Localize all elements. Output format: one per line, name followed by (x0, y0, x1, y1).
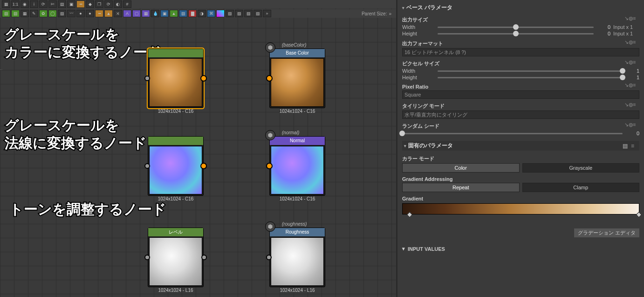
mask-icon[interactable]: ◐ (114, 0, 122, 8)
drop-icon[interactable]: 💧 (151, 10, 159, 17)
info-icon[interactable]: i (30, 0, 38, 8)
shuffle-icon[interactable]: ⤨ (114, 10, 122, 17)
dropdown-out-format[interactable]: 16 ビット/チャンネル (8 ?) (402, 48, 639, 56)
p3-icon[interactable]: ▧ (244, 10, 253, 17)
expose-icon[interactable]: ↘◍ (624, 59, 631, 66)
pick-icon[interactable]: ◑ (198, 10, 206, 17)
gradient-handle[interactable] (407, 212, 413, 218)
copy-icon[interactable]: ❐ (95, 0, 103, 8)
fit-icon[interactable]: 1:1 (11, 0, 20, 8)
node-header (148, 137, 203, 145)
node-output-basecolor[interactable]: (baseColor) Base Color 1024x1024 - C16 (269, 48, 325, 108)
slider-out-width[interactable] (438, 27, 594, 28)
port-in[interactable] (266, 163, 273, 169)
node-caption: 1024x1024 - C16 (270, 195, 325, 201)
gradient-handle[interactable] (636, 212, 642, 218)
solid-icon[interactable]: ▇ (188, 10, 197, 17)
label-px-ratio: Pixel Ratio (402, 84, 622, 90)
menu-icon[interactable]: ≡ (633, 102, 639, 108)
camera-icon[interactable]: ◉ (21, 0, 29, 8)
frame-icon[interactable]: ▢ (132, 10, 141, 17)
section-input-values[interactable]: ▾ INPUT VALUES (402, 246, 639, 252)
expose-icon[interactable]: ↘◍ (624, 15, 631, 22)
toggle-grayscale[interactable]: Grayscale (522, 163, 640, 173)
gradient-bar[interactable] (402, 203, 639, 214)
menu-icon[interactable]: ≡ (633, 122, 639, 128)
eco-icon[interactable]: ◯ (48, 10, 57, 17)
port-in[interactable] (144, 255, 150, 260)
link2-icon[interactable]: ━ (95, 10, 103, 17)
reload-icon[interactable]: ⟳ (104, 0, 113, 8)
atom-icon[interactable]: ⌘ (207, 10, 215, 17)
layers-icon[interactable]: ▤ (58, 0, 66, 8)
slider-out-height[interactable] (438, 33, 594, 35)
toggle-clamp[interactable]: Clamp (522, 183, 640, 192)
tri-icon[interactable]: ▲ (170, 10, 178, 17)
hue-icon[interactable] (216, 10, 225, 17)
gradient2-icon[interactable]: ▨ (11, 10, 20, 17)
expose-icon[interactable]: ↘◍ (624, 82, 631, 89)
warn-icon[interactable]: ▲ (104, 10, 113, 17)
slider-seed[interactable] (402, 133, 623, 134)
menu-icon[interactable]: ≡ (633, 59, 639, 66)
text-icon[interactable]: A (123, 10, 131, 17)
menu-icon[interactable]: ≡ (633, 82, 639, 89)
dropdown-tiling[interactable]: 水平/垂直方向にタイリング (402, 111, 639, 119)
output-tag: (normal) (282, 130, 299, 135)
grad3-icon[interactable]: ▨ (179, 10, 187, 17)
expose-icon[interactable]: ↘◍ (624, 122, 631, 128)
expose-icon[interactable]: ↘◍ (624, 39, 631, 46)
more-icon[interactable]: » (263, 10, 271, 17)
link-icon[interactable]: ━ (76, 0, 85, 8)
node-output-roughness[interactable]: (roughness) Roughness 1024x1024 - L16 (269, 228, 325, 287)
dropdown-px-ratio[interactable]: Square (402, 90, 639, 99)
port-in[interactable] (266, 75, 273, 82)
tool-a-icon[interactable]: ▧ (58, 10, 66, 17)
cut-icon[interactable]: ✄ (48, 0, 57, 8)
expose-icon[interactable]: ↘◍ (624, 102, 631, 108)
dot2-icon[interactable]: ● (86, 10, 94, 17)
p2-icon[interactable]: ▧ (235, 10, 243, 17)
value-px-width: 1 (625, 68, 639, 74)
curve-icon[interactable]: 〰 (67, 10, 75, 17)
node-grad-map[interactable]: 1024x1024 - C16 (148, 48, 204, 108)
node-output-normal[interactable]: (normal) Normal 1024x1024 - C16 (269, 136, 325, 196)
clipboard-icon[interactable]: ▤ (623, 143, 629, 149)
refresh-icon[interactable]: ⟳ (39, 0, 48, 8)
keyframe-icon[interactable]: ◆ (86, 0, 94, 8)
port-out[interactable] (200, 163, 207, 169)
grid-icon[interactable]: # (123, 0, 131, 8)
panel-icon[interactable]: ▣ (67, 0, 75, 8)
menu-icon[interactable]: ≡ (633, 15, 639, 22)
section-base-params[interactable]: ▾ ベース パラメータ (402, 4, 639, 12)
gradient-editor-button[interactable]: グラデーション エディタ (574, 228, 639, 237)
slider-px-height[interactable] (438, 77, 623, 78)
checker-icon[interactable]: ▦ (21, 10, 29, 17)
port-out[interactable] (201, 255, 207, 260)
node-normal-conv[interactable]: 1024x1024 - C16 (148, 136, 204, 196)
port-in[interactable] (144, 163, 150, 169)
port-in[interactable] (266, 255, 272, 260)
tool-icon[interactable]: ▦ (2, 0, 10, 8)
leaf-icon[interactable]: ✿ (39, 10, 48, 17)
node-graph[interactable]: ▦ 1:1 ◉ i ⟳ ✄ ▤ ▣ ━ ◆ ❐ ⟳ ◐ # ▨ ▨ ▦ ✎ ✿ … (0, 0, 396, 297)
p4-icon[interactable]: ▧ (253, 10, 262, 17)
brush-icon[interactable]: ✎ (30, 10, 38, 17)
node-caption: 1024x1024 - L16 (270, 287, 325, 293)
sq-icon[interactable]: ▣ (160, 10, 169, 17)
port-out[interactable] (200, 75, 207, 82)
label-color-mode: カラー モード (402, 155, 639, 162)
node-levels[interactable]: レベル 1024x1024 - L16 (148, 228, 204, 287)
slider-px-width[interactable] (438, 70, 623, 72)
dot-icon[interactable]: ● (76, 10, 85, 17)
p1-icon[interactable]: ▧ (226, 10, 234, 17)
menu-icon[interactable]: ≡ (631, 143, 637, 149)
port-in[interactable] (144, 76, 150, 81)
toggle-color[interactable]: Color (402, 163, 520, 173)
section-own-params[interactable]: ▾ 固有のパラメータ ▤ ≡ (402, 141, 639, 151)
menu-icon[interactable]: ≡ (633, 39, 639, 46)
image-icon[interactable]: ▦ (142, 10, 150, 17)
toggle-repeat[interactable]: Repeat (402, 183, 520, 192)
gradient-icon[interactable]: ▨ (2, 10, 10, 17)
chevron-down-icon: ▾ (402, 6, 404, 10)
